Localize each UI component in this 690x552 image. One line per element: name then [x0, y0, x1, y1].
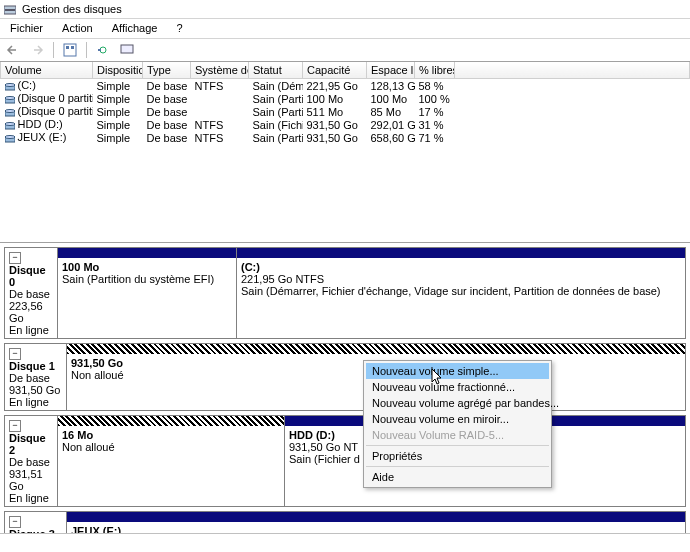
partition-strip	[58, 248, 236, 258]
disk-row[interactable]: −Disque 1De base931,50 GoEn ligne931,50 …	[4, 343, 686, 411]
ctx-properties[interactable]: Propriétés	[366, 448, 549, 464]
partition[interactable]: 100 MoSain (Partition du système EFI)	[57, 248, 236, 338]
table-row[interactable]: (C:)SimpleDe baseNTFSSain (Dém...221,95 …	[1, 79, 690, 93]
partition-label: Non alloué	[62, 441, 280, 453]
svg-rect-7	[121, 45, 133, 53]
svg-rect-6	[98, 49, 101, 51]
collapse-icon[interactable]: −	[9, 348, 21, 360]
volume-icon	[5, 95, 15, 105]
menu-help[interactable]: ?	[168, 19, 190, 38]
disk-graphical-view[interactable]: −Disque 0De base223,56 GoEn ligne100 MoS…	[0, 243, 690, 533]
nav-back-button[interactable]	[2, 40, 24, 60]
partition-strip	[67, 344, 685, 354]
disk-info[interactable]: −Disque 3De base931,50 GoEn ligne	[5, 512, 66, 533]
menu-action[interactable]: Action	[54, 19, 101, 38]
partition[interactable]: (C:)221,95 Go NTFSSain (Démarrer, Fichie…	[236, 248, 685, 338]
svg-rect-1	[5, 9, 15, 11]
collapse-icon[interactable]: −	[9, 252, 21, 264]
svg-point-9	[5, 83, 15, 86]
disk-row[interactable]: −Disque 3De base931,50 GoEn ligneJEUX (E…	[4, 511, 686, 533]
legend-bar	[0, 533, 690, 552]
svg-point-13	[5, 109, 15, 112]
partition-label: 16 Mo	[62, 429, 280, 441]
partition[interactable]: JEUX (E:)931,50 Go NTFSSain (Partition d…	[66, 512, 685, 533]
col-type[interactable]: Type	[143, 62, 191, 79]
toolbar	[0, 39, 690, 62]
ctx-new-spanned-volume[interactable]: Nouveau volume fractionné...	[366, 379, 549, 395]
partition-strip	[58, 416, 284, 426]
partition-label: 221,95 Go NTFS	[241, 273, 681, 285]
ctx-sep	[366, 445, 549, 446]
cursor-icon	[431, 368, 445, 388]
partition-label: JEUX (E:)	[71, 525, 681, 533]
toolbar-sep	[86, 42, 87, 58]
nav-fwd-button[interactable]	[26, 40, 48, 60]
svg-point-17	[5, 135, 15, 138]
partition-label: (C:)	[241, 261, 681, 273]
window-title: Gestion des disques	[22, 0, 122, 18]
table-row[interactable]: HDD (D:)SimpleDe baseNTFSSain (Fichi...9…	[1, 118, 690, 131]
svg-point-11	[5, 96, 15, 99]
menubar: Fichier Action Affichage ?	[0, 19, 690, 39]
collapse-icon[interactable]: −	[9, 516, 21, 528]
disk-row[interactable]: −Disque 2De base931,51 GoEn ligne16 MoNo…	[4, 415, 686, 507]
help-button[interactable]	[116, 40, 138, 60]
partition-label: 100 Mo	[62, 261, 232, 273]
ctx-sep	[366, 466, 549, 467]
disk-info[interactable]: −Disque 0De base223,56 GoEn ligne	[5, 248, 57, 338]
menu-file[interactable]: Fichier	[2, 19, 51, 38]
partition-label: Sain (Démarrer, Fichier d'échange, Vidag…	[241, 285, 681, 297]
volume-icon	[5, 108, 15, 118]
col-pct[interactable]: % libres	[415, 62, 455, 79]
menu-view[interactable]: Affichage	[104, 19, 166, 38]
col-spacer	[455, 62, 690, 79]
volume-icon	[5, 121, 15, 131]
col-status[interactable]: Statut	[249, 62, 303, 79]
partition-label: Sain (Partition du système EFI)	[62, 273, 232, 285]
svg-rect-2	[64, 44, 76, 56]
volume-icon	[5, 134, 15, 144]
partition-strip	[237, 248, 685, 258]
toolbar-sep	[53, 42, 54, 58]
ctx-new-striped-volume[interactable]: Nouveau volume agrégé par bandes...	[366, 395, 549, 411]
volume-table[interactable]: Volume Disposition Type Système de ... S…	[0, 62, 690, 243]
disk-row[interactable]: −Disque 0De base223,56 GoEn ligne100 MoS…	[4, 247, 686, 339]
table-row[interactable]: JEUX (E:)SimpleDe baseNTFSSain (Parti...…	[1, 131, 690, 144]
col-layout[interactable]: Disposition	[93, 62, 143, 79]
app-icon	[4, 3, 16, 15]
svg-point-15	[5, 122, 15, 125]
svg-rect-3	[66, 46, 69, 49]
collapse-icon[interactable]: −	[9, 420, 21, 432]
refresh-button[interactable]	[92, 40, 114, 60]
ctx-new-simple-volume[interactable]: Nouveau volume simple...	[366, 363, 549, 379]
table-row[interactable]: (Disque 0 partition...SimpleDe baseSain …	[1, 105, 690, 118]
disk-info[interactable]: −Disque 1De base931,50 GoEn ligne	[5, 344, 66, 410]
col-free[interactable]: Espace li...	[367, 62, 415, 79]
context-menu: Nouveau volume simple... Nouveau volume …	[363, 360, 552, 488]
disk-info[interactable]: −Disque 2De base931,51 GoEn ligne	[5, 416, 57, 506]
volume-icon	[5, 82, 15, 92]
partition[interactable]: 16 MoNon alloué	[57, 416, 284, 506]
view-button[interactable]	[59, 40, 81, 60]
partition-strip	[67, 512, 685, 522]
ctx-new-raid5-volume: Nouveau Volume RAID-5...	[366, 427, 549, 443]
titlebar: Gestion des disques	[0, 0, 690, 19]
col-capacity[interactable]: Capacité	[303, 62, 367, 79]
col-volume[interactable]: Volume	[1, 62, 93, 79]
table-row[interactable]: (Disque 0 partition...SimpleDe baseSain …	[1, 92, 690, 105]
ctx-new-mirror-volume[interactable]: Nouveau volume en miroir...	[366, 411, 549, 427]
col-fs[interactable]: Système de ...	[191, 62, 249, 79]
svg-rect-4	[71, 46, 74, 49]
ctx-help[interactable]: Aide	[366, 469, 549, 485]
